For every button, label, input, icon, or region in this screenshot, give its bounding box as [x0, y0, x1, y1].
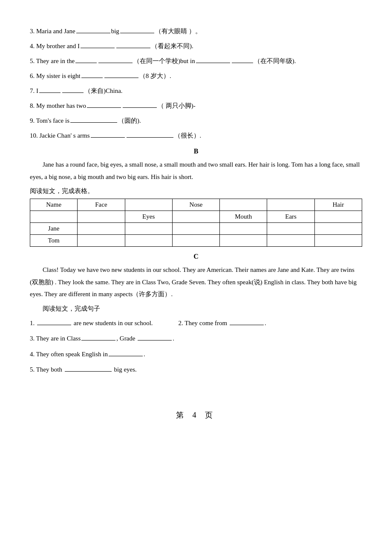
- completion-line-4: 4. They often speak English in.: [30, 348, 362, 361]
- header-nose: Nose: [172, 199, 219, 211]
- header-blank2: [220, 199, 267, 211]
- section-b-label: B: [30, 147, 362, 155]
- table-row-tom: Tom: [30, 235, 362, 247]
- exercise-line-6: 6. My sister is eight（8 岁大）.: [30, 70, 362, 82]
- header-name: Name: [30, 199, 78, 211]
- section-c-label: C: [30, 253, 362, 260]
- section-b-instruction: 阅读短文，完成表格。: [30, 187, 362, 195]
- subheader-face: [78, 211, 125, 223]
- page-number: 第 4 页: [176, 411, 216, 419]
- cell-jane-name: Jane: [30, 223, 78, 235]
- subheader-hair: [314, 211, 362, 223]
- table-header-row-1: Name Face Nose Hair: [30, 199, 362, 211]
- cell-tom-mouth[interactable]: [220, 235, 267, 247]
- cell-jane-face[interactable]: [78, 223, 125, 235]
- completion-section: 1. are new students in our school. 2. Th…: [30, 317, 362, 376]
- cell-jane-hair[interactable]: [314, 223, 362, 235]
- exercise-line-7: 7. I（来自)China.: [30, 85, 362, 97]
- cell-tom-hair[interactable]: [314, 235, 362, 247]
- cell-tom-name: Tom: [30, 235, 78, 247]
- blank-c1-1[interactable]: [37, 325, 71, 325]
- blank-4-1[interactable]: [81, 48, 115, 48]
- blank-c4-1[interactable]: [109, 356, 143, 356]
- blank-10-1[interactable]: [91, 137, 125, 138]
- completion-line-5: 5. They both big eyes.: [30, 364, 362, 376]
- blank-c3-2[interactable]: [138, 340, 172, 340]
- cell-tom-eyes[interactable]: [125, 235, 172, 247]
- blank-3-1[interactable]: [76, 33, 110, 33]
- subheader-mouth: Mouth: [220, 211, 267, 223]
- subheader-name: [30, 211, 78, 223]
- line-4-text: 4. My brother and I: [30, 43, 80, 49]
- blank-8-1[interactable]: [87, 107, 121, 108]
- page-footer: 第 4 页: [30, 410, 362, 420]
- section-c: C Class! Today we have two new students …: [30, 253, 362, 376]
- section-b-table: Name Face Nose Hair Eyes Mouth Ears Jane: [30, 199, 362, 247]
- blank-5-4[interactable]: [232, 63, 253, 63]
- blank-5-1[interactable]: [75, 63, 97, 63]
- blank-6-1[interactable]: [81, 78, 103, 78]
- blank-6-2[interactable]: [104, 78, 138, 78]
- blank-8-2[interactable]: [123, 107, 157, 108]
- blank-7-2[interactable]: [62, 92, 84, 93]
- blank-3-2[interactable]: [120, 33, 154, 33]
- subheader-ears: Ears: [267, 211, 314, 223]
- subheader-nose: [172, 211, 219, 223]
- header-blank1: [125, 199, 172, 211]
- line-10-text: 10. Jackie Chan' s arms: [30, 132, 90, 139]
- blank-5-2[interactable]: [98, 63, 133, 63]
- completion-line-3: 3. They are in Class, Grade .: [30, 332, 362, 345]
- completion-2: 2. They come from .: [179, 317, 266, 329]
- exercise-line-10: 10. Jackie Chan' s arms（很长）.: [30, 130, 362, 141]
- cell-tom-ears[interactable]: [267, 235, 314, 247]
- exercise-line-8: 8. My mother has two（ 两只小脚)-: [30, 100, 362, 112]
- section-c-passage: Class! Today we have two new students in…: [30, 264, 362, 300]
- blank-c5-1[interactable]: [65, 371, 112, 372]
- cell-jane-nose[interactable]: [172, 223, 219, 235]
- header-blank3: [267, 199, 314, 211]
- cell-jane-ears[interactable]: [267, 223, 314, 235]
- exercise-line-3: 3. Maria and Janebig（有大眼睛 ）。: [30, 26, 362, 37]
- exercise-line-9: 9. Tom's face is（圆的).: [30, 115, 362, 127]
- line-8-text: 8. My mother has two: [30, 102, 86, 109]
- blank-7-1[interactable]: [39, 92, 61, 93]
- header-hair: Hair: [314, 199, 362, 211]
- blank-5-3[interactable]: [196, 63, 230, 63]
- blank-c3-1[interactable]: [81, 340, 115, 340]
- line-6-text: 6. My sister is eight: [30, 72, 81, 79]
- table-row-jane: Jane: [30, 223, 362, 235]
- line-7-text: 7. I: [30, 87, 38, 94]
- cell-tom-face[interactable]: [78, 235, 125, 247]
- exercise-section: 3. Maria and Janebig（有大眼睛 ）。 4. My broth…: [30, 26, 362, 141]
- exercise-line-4: 4. My brother and I（看起来不同).: [30, 40, 362, 52]
- table-header-row-2: Eyes Mouth Ears: [30, 211, 362, 223]
- line-3-num: 3. Maria and Jane: [30, 28, 75, 35]
- section-b-passage: Jane has a round face, big eyes, a small…: [30, 159, 362, 183]
- completion-1: 1. are new students in our school.: [30, 317, 153, 329]
- completion-line-1-2: 1. are new students in our school. 2. Th…: [30, 317, 362, 329]
- header-face: Face: [78, 199, 125, 211]
- blank-10-2[interactable]: [127, 137, 173, 138]
- blank-9-1[interactable]: [70, 122, 117, 123]
- cell-jane-eyes[interactable]: [125, 223, 172, 235]
- blank-4-2[interactable]: [116, 48, 150, 48]
- subheader-eyes: Eyes: [125, 211, 172, 223]
- exercise-line-5: 5. They are in the（在同一个学校)but in（在不同年级).: [30, 55, 362, 67]
- cell-jane-mouth[interactable]: [220, 223, 267, 235]
- cell-tom-nose[interactable]: [172, 235, 219, 247]
- section-b: B Jane has a round face, big eyes, a sma…: [30, 147, 362, 247]
- blank-c1-2[interactable]: [230, 325, 264, 325]
- line-5-text: 5. They are in the: [30, 58, 75, 64]
- section-c-instruction: 阅读短文，完成句子: [30, 305, 362, 313]
- line-9-text: 9. Tom's face is: [30, 117, 69, 124]
